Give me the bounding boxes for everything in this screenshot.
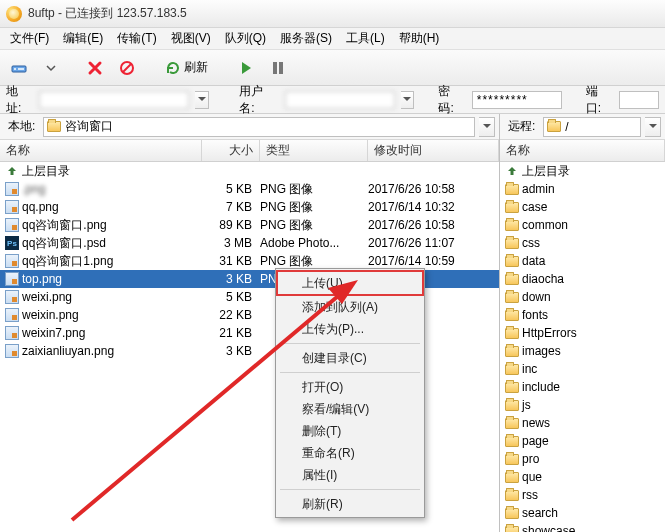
folder-icon: [505, 274, 519, 285]
connect-button[interactable]: [6, 55, 32, 81]
connection-bar: 地址: 用户名: 密码: 端口:: [0, 86, 665, 114]
folder-name: HttpErrors: [520, 326, 661, 340]
local-column-headers: 名称 大小 类型 修改时间: [0, 140, 499, 162]
context-menu-item[interactable]: 添加到队列(A): [276, 296, 424, 318]
folder-row[interactable]: showcase: [500, 522, 665, 532]
folder-row[interactable]: case: [500, 198, 665, 216]
file-size: 3 MB: [202, 236, 260, 250]
play-button[interactable]: [233, 55, 259, 81]
file-row[interactable]: qq咨询窗口.png89 KBPNG 图像2017/6/26 10:58: [0, 216, 499, 234]
file-row[interactable]: qq.png7 KBPNG 图像2017/6/14 10:32: [0, 198, 499, 216]
file-name: zaixianliuyan.png: [20, 344, 202, 358]
menu-item[interactable]: 帮助(H): [393, 28, 446, 49]
file-name: weixi.png: [20, 290, 202, 304]
folder-row[interactable]: rss: [500, 486, 665, 504]
folder-row[interactable]: down: [500, 288, 665, 306]
folder-name: news: [520, 416, 661, 430]
file-row[interactable]: Psqq咨询窗口.psd3 MBAdobe Photo...2017/6/26 …: [0, 234, 499, 252]
parent-dir-icon: [505, 164, 519, 178]
folder-row[interactable]: inc: [500, 360, 665, 378]
context-menu-item[interactable]: 刷新(R): [276, 493, 424, 515]
folder-icon: [505, 238, 519, 249]
file-date: 2017/6/14 10:32: [368, 200, 495, 214]
folder-icon: [505, 364, 519, 375]
address-input[interactable]: [39, 91, 189, 109]
menu-item[interactable]: 队列(Q): [219, 28, 272, 49]
folder-row[interactable]: diaocha: [500, 270, 665, 288]
file-size: 5 KB: [202, 182, 260, 196]
folder-row[interactable]: search: [500, 504, 665, 522]
password-input[interactable]: [472, 91, 562, 109]
folder-row[interactable]: HttpErrors: [500, 324, 665, 342]
folder-row[interactable]: page: [500, 432, 665, 450]
file-date: 2017/6/26 10:58: [368, 218, 495, 232]
folder-row[interactable]: news: [500, 414, 665, 432]
folder-row[interactable]: que: [500, 468, 665, 486]
file-row[interactable]: .png5 KBPNG 图像2017/6/26 10:58: [0, 180, 499, 198]
connect-dropdown[interactable]: [38, 55, 64, 81]
folder-row[interactable]: admin: [500, 180, 665, 198]
menu-item[interactable]: 编辑(E): [57, 28, 109, 49]
context-menu-item[interactable]: 上传为(P)...: [276, 318, 424, 340]
folder-row[interactable]: js: [500, 396, 665, 414]
file-size: 22 KB: [202, 308, 260, 322]
folder-name: search: [520, 506, 661, 520]
col-type[interactable]: 类型: [260, 140, 368, 161]
folder-name: include: [520, 380, 661, 394]
remote-path-input[interactable]: /: [543, 117, 641, 137]
username-input[interactable]: [285, 91, 395, 109]
folder-name: down: [520, 290, 661, 304]
menu-item[interactable]: 视图(V): [165, 28, 217, 49]
file-name: qq咨询窗口.psd: [20, 235, 202, 252]
folder-icon: [505, 454, 519, 465]
remote-file-list[interactable]: 上层目录admincasecommoncssdatadiaochadownfon…: [500, 162, 665, 532]
local-path-dropdown[interactable]: [479, 117, 495, 137]
folder-row[interactable]: common: [500, 216, 665, 234]
menu-item[interactable]: 传输(T): [111, 28, 162, 49]
port-input[interactable]: [619, 91, 659, 109]
remote-label: 远程:: [504, 116, 539, 137]
col-date[interactable]: 修改时间: [368, 140, 499, 161]
file-name: weixin.png: [20, 308, 202, 322]
context-menu-item[interactable]: 删除(T): [276, 420, 424, 442]
folder-name: case: [520, 200, 661, 214]
local-path-input[interactable]: 咨询窗口: [43, 117, 475, 137]
parent-dir-row[interactable]: 上层目录: [0, 162, 499, 180]
menu-item[interactable]: 文件(F): [4, 28, 55, 49]
folder-row[interactable]: data: [500, 252, 665, 270]
local-path-bar: 本地: 咨询窗口: [0, 114, 499, 140]
menu-item[interactable]: 服务器(S): [274, 28, 338, 49]
refresh-button[interactable]: 刷新: [158, 55, 215, 80]
menu-separator: [280, 343, 420, 344]
col-name-remote[interactable]: 名称: [500, 140, 665, 161]
address-dropdown[interactable]: [195, 91, 209, 109]
folder-row[interactable]: css: [500, 234, 665, 252]
context-menu-item[interactable]: 属性(I): [276, 464, 424, 486]
svg-rect-4: [273, 62, 277, 74]
folder-icon: [505, 220, 519, 231]
pause-button[interactable]: [265, 55, 291, 81]
image-file-icon: [5, 200, 19, 214]
menu-item[interactable]: 工具(L): [340, 28, 391, 49]
context-menu-item[interactable]: 重命名(R): [276, 442, 424, 464]
context-menu-item[interactable]: 打开(O): [276, 376, 424, 398]
parent-dir-row[interactable]: 上层目录: [500, 162, 665, 180]
folder-row[interactable]: fonts: [500, 306, 665, 324]
remote-path-dropdown[interactable]: [645, 117, 661, 137]
folder-name: page: [520, 434, 661, 448]
password-label: 密码:: [438, 83, 465, 117]
col-size[interactable]: 大小: [202, 140, 260, 161]
col-name[interactable]: 名称: [0, 140, 202, 161]
context-menu-item[interactable]: 创建目录(C): [276, 347, 424, 369]
folder-icon: [505, 328, 519, 339]
disconnect-button[interactable]: [82, 55, 108, 81]
context-menu-item[interactable]: 上传(U): [276, 270, 424, 296]
context-menu-item[interactable]: 察看/编辑(V): [276, 398, 424, 420]
username-dropdown[interactable]: [401, 91, 415, 109]
cancel-button[interactable]: [114, 55, 140, 81]
folder-name: css: [520, 236, 661, 250]
folder-row[interactable]: include: [500, 378, 665, 396]
folder-row[interactable]: pro: [500, 450, 665, 468]
file-size: 3 KB: [202, 344, 260, 358]
folder-row[interactable]: images: [500, 342, 665, 360]
